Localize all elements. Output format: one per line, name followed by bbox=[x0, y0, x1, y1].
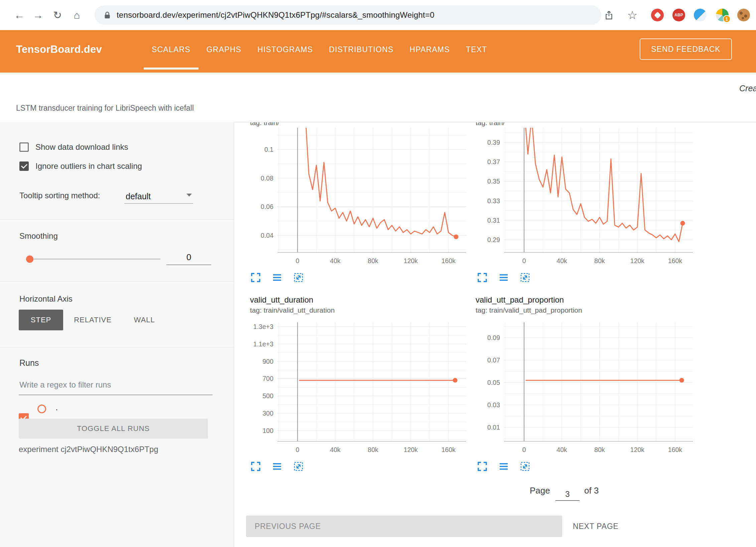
nav-item-histograms[interactable]: HISTOGRAMS bbox=[257, 45, 313, 54]
sidebar-divider bbox=[0, 281, 234, 282]
svg-text:0.1: 0.1 bbox=[264, 146, 273, 153]
next-page-button[interactable]: NEXT PAGE bbox=[573, 516, 619, 537]
svg-text:0.39: 0.39 bbox=[487, 139, 500, 146]
chart-tag: tag: train/valid_utt_duration bbox=[250, 306, 335, 315]
home-button[interactable]: ⌂ bbox=[74, 10, 80, 20]
svg-text:0.31: 0.31 bbox=[487, 217, 500, 224]
show-download-links-label: Show data download links bbox=[35, 142, 128, 152]
svg-text:0.33: 0.33 bbox=[487, 197, 500, 205]
cookie-icon[interactable] bbox=[737, 9, 750, 21]
svg-text:120k: 120k bbox=[630, 257, 645, 264]
chart-title: valid_utt_pad_proportion bbox=[476, 295, 564, 305]
scalar-chart-top-left[interactable]: 0.040.060.080.1040k80k120k160k bbox=[249, 126, 471, 269]
chart-title: valid_utt_duration bbox=[250, 295, 313, 305]
svg-text:0: 0 bbox=[296, 446, 299, 453]
fit-domain-icon[interactable] bbox=[519, 272, 531, 283]
runs-label: Runs bbox=[19, 358, 39, 367]
page-of-label: of 3 bbox=[584, 485, 599, 496]
fullscreen-icon[interactable] bbox=[250, 272, 261, 283]
page-label: Page bbox=[530, 485, 550, 496]
browser-toolbar: ← → ↻ ⌂ tensorboard.dev/experiment/cj2vt… bbox=[0, 0, 756, 30]
svg-text:0.29: 0.29 bbox=[487, 236, 500, 243]
data-table-icon[interactable] bbox=[271, 272, 283, 283]
svg-text:120k: 120k bbox=[630, 446, 645, 453]
scalar-chart-top-right[interactable]: 0.290.310.330.350.370.39040k80k120k160k bbox=[476, 126, 698, 269]
ignore-outliers-checkbox[interactable] bbox=[19, 161, 29, 171]
bookmark-star-icon[interactable]: ☆ bbox=[627, 9, 637, 21]
brand-logo[interactable]: TensorBoard.dev bbox=[16, 43, 102, 56]
svg-text:0.07: 0.07 bbox=[487, 356, 500, 364]
chart-toolbar bbox=[250, 272, 304, 283]
nav-item-text[interactable]: TEXT bbox=[466, 45, 487, 54]
notification-badge: 1 bbox=[723, 15, 731, 23]
share-icon[interactable] bbox=[604, 10, 614, 20]
previous-page-button[interactable]: PREVIOUS PAGE bbox=[246, 516, 562, 537]
send-feedback-button[interactable]: SEND FEEDBACK bbox=[640, 38, 732, 60]
url-bar[interactable]: tensorboard.dev/experiment/cj2vtPiwQHKN9… bbox=[95, 5, 601, 25]
fit-domain-icon[interactable] bbox=[293, 272, 304, 283]
data-table-icon[interactable] bbox=[498, 272, 509, 283]
header-nav: SCALARSGRAPHSHISTOGRAMSDISTRIBUTIONSHPAR… bbox=[152, 30, 487, 69]
run-name-label: . bbox=[55, 402, 58, 413]
svg-text:0.05: 0.05 bbox=[487, 379, 500, 386]
horizontal-axis-label: Horizontal Axis bbox=[19, 294, 73, 304]
profile-avatar[interactable]: 1 bbox=[716, 9, 729, 21]
svg-text:0.06: 0.06 bbox=[261, 203, 273, 210]
nav-item-graphs[interactable]: GRAPHS bbox=[207, 45, 241, 54]
nav-item-scalars[interactable]: SCALARS bbox=[152, 45, 191, 54]
tensorboard-app: ← → ↻ ⌂ tensorboard.dev/experiment/cj2vt… bbox=[0, 0, 756, 547]
svg-text:160k: 160k bbox=[442, 446, 456, 453]
sidebar-divider bbox=[0, 219, 234, 220]
smoothing-slider-track[interactable] bbox=[33, 258, 160, 260]
show-download-links-checkbox[interactable] bbox=[19, 142, 29, 152]
svg-text:80k: 80k bbox=[594, 257, 605, 264]
extension-abp-icon[interactable]: ABP bbox=[672, 9, 685, 21]
data-table-icon[interactable] bbox=[498, 461, 509, 472]
svg-text:300: 300 bbox=[262, 410, 273, 417]
tooltip-sorting-label: Tooltip sorting method: bbox=[19, 191, 100, 200]
runs-filter-underline bbox=[19, 395, 213, 395]
axis-wall-button[interactable]: WALL bbox=[128, 310, 161, 330]
extension-browser-icon[interactable] bbox=[694, 9, 707, 21]
run-color-swatch bbox=[37, 405, 46, 413]
smoothing-slider-thumb[interactable] bbox=[26, 255, 33, 263]
back-button[interactable]: ← bbox=[14, 10, 25, 20]
chart-tag: tag: train/valid_utt_pad_proportion bbox=[476, 306, 582, 315]
smoothing-value-input[interactable]: 0 bbox=[166, 250, 211, 265]
extension-adblock-icon[interactable] bbox=[651, 9, 664, 21]
svg-text:80k: 80k bbox=[368, 257, 378, 264]
svg-text:0.09: 0.09 bbox=[487, 334, 500, 341]
tooltip-sorting-dropdown[interactable]: default bbox=[124, 186, 193, 204]
lock-icon bbox=[103, 10, 112, 20]
chart-valid-utt-duration[interactable]: 1003005007009001.1e+31.3e+3040k80k120k16… bbox=[249, 321, 471, 458]
svg-text:0: 0 bbox=[296, 257, 299, 264]
chart-valid-utt-pad-proportion[interactable]: 0.010.030.050.070.09040k80k120k160k bbox=[476, 321, 698, 458]
fit-domain-icon[interactable] bbox=[519, 461, 531, 472]
svg-text:0: 0 bbox=[522, 446, 526, 453]
data-table-icon[interactable] bbox=[271, 461, 283, 472]
page-number-input[interactable]: 3 bbox=[555, 487, 580, 501]
app-header: TensorBoard.dev SCALARSGRAPHSHISTOGRAMSD… bbox=[0, 30, 756, 73]
tooltip-sorting-value: default bbox=[126, 192, 151, 201]
svg-text:100: 100 bbox=[262, 427, 273, 434]
toggle-all-runs-button[interactable]: TOGGLE ALL RUNS bbox=[19, 419, 208, 439]
fullscreen-icon[interactable] bbox=[250, 461, 261, 472]
url-text: tensorboard.dev/experiment/cj2vtPiwQHKN9… bbox=[117, 10, 434, 20]
chart-toolbar bbox=[477, 272, 531, 283]
fullscreen-icon[interactable] bbox=[477, 461, 488, 472]
ignore-outliers-label: Ignore outliers in chart scaling bbox=[35, 161, 142, 171]
axis-relative-button[interactable]: RELATIVE bbox=[69, 310, 117, 330]
reload-button[interactable]: ↻ bbox=[53, 10, 62, 20]
nav-item-distributions[interactable]: DISTRIBUTIONS bbox=[329, 45, 393, 54]
runs-filter-input[interactable]: Write a regex to filter runs bbox=[19, 380, 111, 390]
svg-text:120k: 120k bbox=[404, 446, 418, 453]
fullscreen-icon[interactable] bbox=[477, 272, 488, 283]
nav-item-hparams[interactable]: HPARAMS bbox=[410, 45, 450, 54]
fit-domain-icon[interactable] bbox=[293, 461, 304, 472]
sidebar-divider bbox=[0, 347, 234, 347]
chevron-down-icon bbox=[186, 194, 192, 197]
axis-step-button[interactable]: STEP bbox=[19, 310, 63, 330]
forward-button[interactable]: → bbox=[33, 10, 43, 20]
svg-text:1.1e+3: 1.1e+3 bbox=[253, 340, 273, 348]
smoothing-label: Smoothing bbox=[19, 231, 58, 241]
